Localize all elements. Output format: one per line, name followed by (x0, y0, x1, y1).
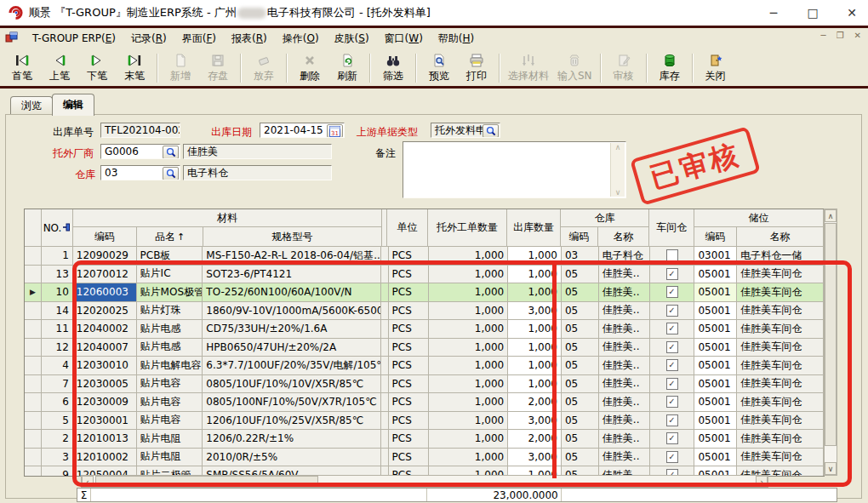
cell-oq[interactable]: 1,000 (429, 339, 508, 357)
row-marker[interactable] (25, 375, 42, 394)
cell-lc[interactable]: 05001 (694, 449, 737, 467)
cell-spec[interactable]: 0805/10UF/10%/10V/X5R/85℃ (203, 375, 380, 394)
header-workshop[interactable]: 车间仓 (649, 209, 694, 247)
upstream-type-field[interactable]: 托外发料申请 (431, 123, 500, 138)
scroll-down-icon[interactable]: ∨ (615, 188, 621, 197)
preview-button[interactable]: 预览 (420, 49, 458, 87)
header-location-name[interactable]: 名称 (737, 227, 824, 247)
cell-ws[interactable]: ✓ (650, 283, 695, 302)
workshop-checkbox[interactable]: ✓ (666, 323, 678, 334)
select-material-button[interactable]: 选择材料 (504, 49, 553, 87)
row-marker[interactable]: ▶ (25, 283, 42, 302)
inventory-button[interactable]: 库存 (651, 49, 688, 87)
menu-tgroup-erp[interactable]: T-GROUP ERP(E) (25, 31, 123, 46)
table-row[interactable]: 512030001贴片电容1206/10UF/10%/25V/X5R/85℃PC… (25, 412, 824, 431)
cell-no[interactable]: 13 (42, 266, 73, 284)
cell-oq[interactable]: 1,000 (429, 357, 508, 375)
discard-button[interactable]: 放弃 (245, 49, 283, 87)
cell-out[interactable]: 1,000 (508, 357, 562, 375)
table-row[interactable]: 1112040002贴片电感CD75/33UH/±20%/1.6APCS1,00… (25, 320, 824, 339)
row-marker[interactable] (25, 247, 42, 266)
cell-lc[interactable]: 05001 (694, 339, 737, 357)
row-marker[interactable] (25, 320, 42, 339)
calendar-icon[interactable]: 31 (327, 124, 343, 138)
tab-browse[interactable]: 浏览 (10, 96, 53, 115)
cell-ln[interactable]: 佳胜美车间仓 (737, 283, 824, 302)
table-row[interactable]: 1212040007贴片电感HPB0650/47UH/±20%/2APCS1,0… (25, 339, 824, 357)
cell-no[interactable]: 7 (42, 375, 73, 394)
cell-pname[interactable]: 贴片电容 (137, 393, 203, 412)
cell-no[interactable]: 11 (42, 320, 73, 339)
row-marker[interactable] (25, 449, 42, 467)
cell-out[interactable]: 3,000 (508, 449, 562, 467)
cell-out[interactable]: 1,000 (508, 320, 562, 339)
cell-unit[interactable]: PCS (389, 393, 430, 412)
cell-wn[interactable]: 佳胜美.. (599, 302, 650, 321)
scroll-left-button[interactable]: ‹ (82, 476, 94, 487)
cell-oq[interactable]: 1,000 (429, 375, 508, 394)
first-record-button[interactable]: 首笔 (3, 49, 41, 87)
cell-ln[interactable]: 佳胜美车间仓 (737, 449, 824, 467)
scroll-up-icon[interactable]: ∧ (615, 143, 621, 151)
row-marker[interactable] (25, 430, 42, 449)
cell-no[interactable]: 5 (42, 412, 73, 431)
cell-out[interactable]: 1,000 (508, 375, 562, 394)
cell-gap[interactable] (381, 375, 389, 394)
cell-ws[interactable]: ✓ (650, 430, 695, 449)
cell-pname[interactable]: 贴片电感 (137, 320, 203, 339)
cell-pname[interactable]: 贴片电阻 (137, 449, 203, 467)
header-spec[interactable]: 规格型号 (203, 227, 382, 247)
cell-code[interactable]: 12010002 (73, 449, 137, 467)
header-warehouse[interactable]: 仓库 (561, 209, 649, 227)
out-date-field[interactable]: 2021-04-15 31 (260, 123, 345, 138)
cell-wc[interactable]: 05 (562, 430, 599, 449)
cell-unit[interactable]: PCS (389, 412, 430, 431)
cell-ln[interactable]: 佳胜美车间仓 (737, 412, 824, 431)
cell-out[interactable]: 1,000 (508, 283, 562, 302)
vendor-code-field[interactable]: G0006 (100, 144, 180, 159)
save-button[interactable]: 存盘 (199, 49, 237, 87)
cell-lc[interactable]: 03001 (694, 247, 737, 266)
cell-gap[interactable] (381, 283, 389, 302)
cell-out[interactable]: 3,000 (508, 302, 562, 321)
table-row[interactable]: 712030005贴片电容0805/10UF/10%/10V/X5R/85℃PC… (25, 375, 824, 394)
cell-gap[interactable] (381, 266, 389, 284)
cell-lc[interactable]: 05001 (694, 302, 737, 321)
cell-gap[interactable] (381, 430, 389, 449)
cell-no[interactable]: 14 (42, 302, 73, 321)
cell-ln[interactable]: 佳胜美车间仓 (737, 430, 824, 449)
cell-pname[interactable]: 贴片灯珠 (137, 302, 203, 321)
cell-out[interactable]: 1,000 (508, 339, 562, 357)
cell-oq[interactable]: 1,000 (429, 412, 508, 431)
workshop-checkbox[interactable] (666, 249, 678, 261)
cell-ln[interactable]: 佳胜美车间仓 (737, 393, 824, 412)
scroll-up-button[interactable]: ∧ (825, 209, 837, 222)
table-row[interactable]: ▶1012060003贴片MOS极管TO-252/60N100/60A/100V… (25, 283, 824, 302)
cell-wn[interactable]: 佳胜美.. (599, 357, 650, 375)
cell-gap[interactable] (381, 320, 389, 339)
cell-gap[interactable] (381, 339, 389, 357)
cell-spec[interactable]: SOT23-6/PT4121 (203, 266, 380, 284)
cell-unit[interactable]: PCS (389, 247, 430, 266)
close-button[interactable]: ✕ (844, 6, 859, 20)
cell-out[interactable]: 2,000 (508, 393, 562, 412)
cell-ws[interactable]: ✓ (650, 412, 695, 431)
cell-lc[interactable]: 05001 (694, 375, 737, 394)
cell-oq[interactable]: 1,000 (429, 430, 508, 449)
mdi-restore-button[interactable]: ❐ (837, 31, 844, 40)
cell-gap[interactable] (381, 412, 389, 431)
workshop-checkbox[interactable]: ✓ (666, 451, 678, 463)
row-marker[interactable] (25, 266, 42, 284)
close-form-button[interactable]: 关闭 (697, 49, 734, 87)
warehouse-lookup-icon[interactable] (163, 167, 179, 180)
cell-unit[interactable]: PCS (389, 339, 430, 357)
next-record-button[interactable]: 下笔 (78, 49, 116, 87)
cell-ws[interactable] (650, 247, 695, 266)
cell-code[interactable]: 12030005 (73, 375, 137, 394)
cell-unit[interactable]: PCS (389, 357, 430, 375)
cell-gap[interactable] (381, 449, 389, 467)
cell-wc[interactable]: 05 (562, 412, 599, 431)
cell-unit[interactable]: PCS (389, 449, 430, 467)
cell-code[interactable]: 12030009 (73, 393, 137, 412)
cell-gap[interactable] (381, 247, 389, 266)
